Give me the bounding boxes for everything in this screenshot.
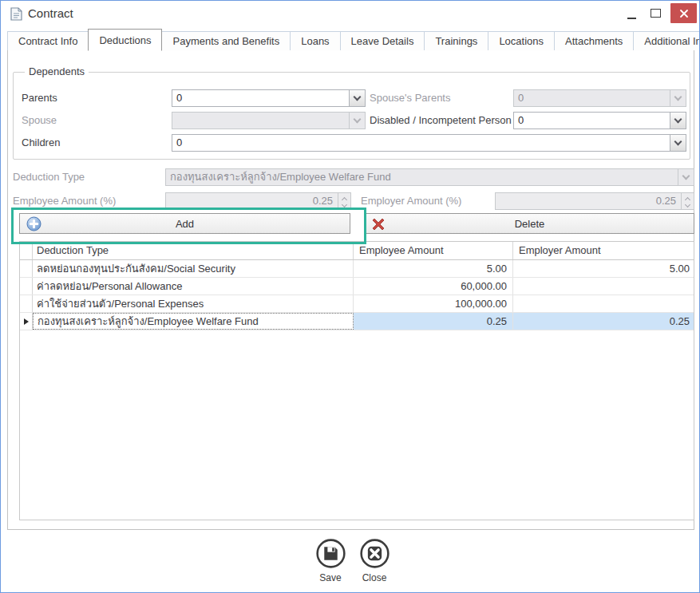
chevron-down-icon[interactable] (349, 90, 365, 106)
tab-deductions[interactable]: Deductions (88, 29, 162, 51)
tab-locations[interactable]: Locations (488, 31, 555, 50)
save-button[interactable]: Save (313, 539, 348, 583)
delete-button[interactable]: Delete (365, 213, 694, 234)
deductions-table: Deduction Type Employee Amount Employer … (19, 241, 694, 520)
disabled-incompetent-person-label: Disabled / Incompetent Person (370, 112, 512, 129)
employee-amount-label: Employee Amount (%) (13, 192, 116, 210)
contract-window: Contract Contract Info Deductions Paymen… (0, 0, 700, 593)
tab-payments-and-benefits[interactable]: Payments and Benefits (161, 31, 291, 50)
disabled-incompetent-person-combo[interactable]: 0 (513, 112, 686, 129)
employer-amount-spinner: 0.25 (495, 192, 694, 210)
tab-leave-details[interactable]: Leave Details (340, 31, 425, 50)
title-bar: Contract (2, 1, 698, 26)
close-window-button[interactable] (670, 3, 697, 23)
spouse-combo (172, 112, 366, 129)
table-header-row: Deduction Type Employee Amount Employer … (20, 242, 694, 260)
add-plus-icon (26, 216, 42, 231)
chevron-down-icon (349, 113, 365, 128)
employee-amount-spinner: 0.25 (165, 192, 351, 210)
row-indicator-cell (20, 260, 33, 277)
deduction-type-combo: กองทุนสงเคราะห์ลูกจ้าง/Employee Welfare … (165, 168, 694, 186)
tab-additional-info[interactable]: Additional Info (633, 31, 700, 50)
maximize-button[interactable] (651, 9, 661, 18)
close-button-label: Close (357, 572, 392, 583)
close-icon (360, 539, 390, 568)
tab-contract-info[interactable]: Contract Info (7, 31, 89, 50)
tab-loans[interactable]: Loans (290, 31, 340, 50)
minimize-button[interactable] (625, 7, 639, 22)
column-header-employee-amount[interactable]: Employee Amount (354, 242, 513, 259)
spouses-parents-combo: 0 (513, 89, 686, 107)
row-indicator-cell (20, 313, 33, 330)
deductions-tab-page: Dependents Parents 0 Spouse's Parents 0 … (7, 49, 694, 530)
indicator-header-cell (20, 242, 33, 259)
tab-attachments[interactable]: Attachments (554, 31, 634, 50)
add-button[interactable]: Add (19, 213, 350, 234)
dependents-group: Dependents Parents 0 Spouse's Parents 0 … (13, 72, 690, 160)
delete-x-icon (372, 218, 385, 231)
table-row[interactable]: ค่าลดหย่อน/Personal Allowance 60,000.00 (20, 278, 694, 295)
table-row[interactable]: ลดหย่อนกองทุนประกันสังคม/Social Security… (20, 260, 694, 278)
chevron-down-icon[interactable] (670, 135, 686, 151)
tab-trainings[interactable]: Trainings (424, 31, 488, 50)
save-icon (316, 539, 346, 568)
column-header-employer-amount[interactable]: Employer Amount (513, 242, 694, 259)
children-combo[interactable]: 0 (172, 134, 686, 152)
spinner-arrows-icon (681, 193, 694, 209)
row-indicator-cell (20, 295, 33, 312)
save-button-label: Save (313, 572, 348, 583)
close-x-icon (679, 9, 689, 18)
tab-bar: Contract Info Deductions Payments and Be… (7, 28, 700, 50)
spinner-arrows-icon (338, 193, 350, 209)
row-indicator-cell (20, 278, 33, 295)
employer-amount-label: Employer Amount (%) (361, 192, 461, 210)
table-row[interactable]: ค่าใช้จ่ายส่วนตัว/Personal Expenses 100,… (20, 295, 694, 313)
focused-cell[interactable]: กองทุนสงเคราะห์ลูกจ้าง/Employee Welfare … (33, 313, 354, 330)
deduction-type-label: Deduction Type (13, 168, 85, 186)
chevron-down-icon[interactable] (670, 113, 686, 128)
spouse-label: Spouse (22, 112, 57, 129)
table-row-selected[interactable]: กองทุนสงเคราะห์ลูกจ้าง/Employee Welfare … (20, 313, 694, 330)
window-title: Contract (28, 1, 73, 26)
close-button[interactable]: Close (357, 539, 392, 583)
document-icon (10, 7, 22, 24)
dependents-group-label: Dependents (25, 65, 89, 77)
chevron-down-icon (670, 90, 686, 106)
spouses-parents-label: Spouse's Parents (370, 89, 451, 107)
parents-label: Parents (22, 89, 57, 107)
column-header-deduction-type[interactable]: Deduction Type (33, 242, 354, 259)
minimize-icon (627, 18, 636, 19)
row-indicator-icon (24, 318, 29, 325)
parents-combo[interactable]: 0 (172, 89, 366, 107)
children-label: Children (22, 134, 60, 152)
chevron-down-icon (678, 169, 694, 185)
